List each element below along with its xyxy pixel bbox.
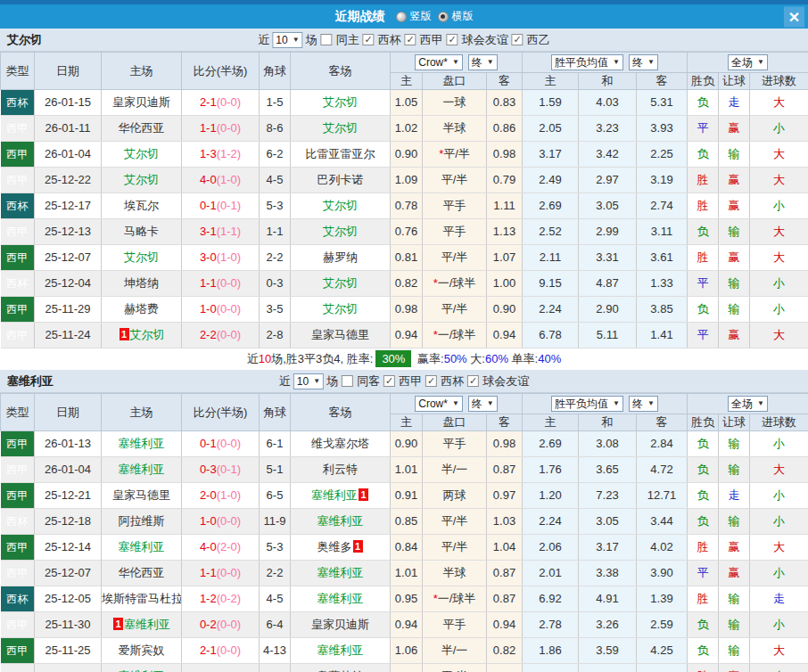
league-checkbox[interactable]: ✓ (467, 375, 479, 387)
same-venue-label[interactable]: 同主 (336, 32, 359, 48)
odds-period-select[interactable]: 终▼ (468, 54, 498, 70)
score-fulltime: 0-1 (200, 199, 217, 212)
cell-score: 1-1(0-0) (182, 561, 260, 586)
same-venue-checkbox[interactable] (321, 34, 333, 45)
odds-source-select[interactable]: Crow*▼ (415, 54, 463, 70)
cell-avg-home-odds: 6.78 (523, 323, 579, 348)
score-halftime: (0-0) (217, 618, 241, 631)
odds-period-select[interactable]: 终▼ (468, 396, 498, 412)
layout-radio-horizontal[interactable]: 横版 (438, 9, 474, 24)
cell-handicap-result: 走 (719, 90, 750, 116)
cell-handicap-result: 走 (719, 483, 750, 509)
radio-horizontal-label: 横版 (452, 9, 474, 24)
match-count-select[interactable]: 10▼ (272, 32, 302, 48)
league-checkbox[interactable]: ✓ (383, 375, 395, 387)
avg-odds-select[interactable]: 胜平负均值▼ (551, 396, 623, 412)
close-button[interactable]: ✕ (784, 6, 804, 27)
avg-period-select[interactable]: 终▼ (629, 396, 658, 412)
league-checkbox[interactable]: ✓ (425, 375, 437, 387)
league-checkbox-label[interactable]: 西杯 (378, 32, 401, 48)
cell-league-type: 西甲 (1, 612, 35, 638)
sub-header-avg-draw: 和 (579, 73, 637, 90)
cell-avg-away-odds: 4.02 (637, 535, 688, 561)
section-header-sevilla: 塞维利亚 近10▼场同客✓西甲✓西杯✓球会友谊 (0, 370, 808, 393)
table-row: 西甲25-11-241艾尔切2-2(0-0)2-8皇家马德里0.94*一/球半0… (1, 323, 808, 348)
cell-handicap: 一球 (423, 90, 487, 116)
cell-handicap: 平手 (423, 612, 487, 638)
handicap-label: 半/一 (441, 463, 468, 476)
league-checkbox-label[interactable]: 西乙 (527, 32, 550, 48)
cell-date: 25-11-29 (35, 297, 102, 323)
team-label: 艾尔切 (124, 147, 159, 160)
league-checkbox-label[interactable]: 西甲 (420, 32, 443, 48)
summary-text: 10 (259, 352, 271, 365)
col-header-home: 主场 (102, 394, 182, 431)
league-checkbox-label[interactable]: 球会友谊 (482, 373, 529, 389)
scope-select[interactable]: 全场▼ (728, 396, 768, 412)
cell-result: 胜 (688, 586, 719, 612)
same-venue-checkbox[interactable] (342, 375, 353, 387)
cell-date: 25-12-07 (35, 245, 102, 271)
league-checkbox[interactable]: ✓ (447, 34, 458, 45)
score-fulltime: 1-0 (200, 514, 217, 528)
cell-handicap: *平/半 (423, 142, 487, 168)
cell-avg-away-odds: 2.59 (637, 612, 688, 638)
summary-text: 40% (538, 352, 561, 365)
team-label: 维戈塞尔塔 (311, 437, 369, 450)
avg-odds-select[interactable]: 胜平负均值▼ (551, 54, 623, 70)
handicap-label: 平/半 (443, 147, 470, 160)
score-fulltime: 3-0 (200, 250, 217, 264)
cell-away-team: 塞维利亚 (291, 509, 391, 535)
chevron-down-icon: ▼ (757, 56, 764, 69)
cell-handicap: 半/一 (423, 457, 487, 483)
cell-corners: 6-4 (260, 612, 291, 638)
radio-selected-icon (438, 12, 449, 22)
cell-league-type: 西甲 (1, 483, 35, 509)
score-halftime: (0-0) (217, 643, 241, 657)
cell-corners: 5-3 (260, 535, 291, 561)
same-venue-label[interactable]: 同客 (357, 373, 380, 389)
cell-goals-result: 小 (750, 561, 808, 586)
cell-league-type: 西甲 (1, 219, 35, 245)
summary-text: 近 (247, 352, 259, 365)
table-row: 西杯26-01-15皇家贝迪斯2-1(0-0)1-5艾尔切1.05一球0.831… (1, 90, 808, 116)
cell-away-team: 赫罗纳 (291, 245, 391, 271)
score-halftime: (0-0) (217, 95, 241, 109)
cell-league-type: 西甲 (1, 168, 35, 193)
red-card-badge: 1 (353, 540, 363, 553)
league-checkbox[interactable]: ✓ (512, 34, 524, 45)
league-checkbox[interactable]: ✓ (363, 34, 375, 45)
cell-avg-away-odds: 3.85 (637, 297, 688, 323)
league-checkbox-label[interactable]: 西甲 (399, 373, 422, 389)
cell-avg-draw-odds: 3.17 (579, 535, 637, 561)
cell-avg-away-odds: 5.31 (637, 90, 688, 116)
odds-source-select[interactable]: Crow*▼ (415, 396, 463, 412)
cell-score: 3-0(1-0) (182, 245, 260, 271)
chevron-down-icon: ▼ (613, 397, 620, 410)
layout-radio-vertical[interactable]: 竖版 (396, 9, 432, 24)
league-checkbox[interactable]: ✓ (405, 34, 416, 45)
cell-crown-away-odds: 0.94 (487, 323, 523, 348)
cell-handicap-result: 输 (719, 297, 750, 323)
team-name: 艾尔切 (7, 32, 42, 48)
cell-home-team: 爱斯宾奴 (102, 638, 182, 664)
cell-league-type: 西甲 (1, 297, 35, 323)
scope-select[interactable]: 全场▼ (728, 54, 768, 70)
cell-date: 26-01-13 (35, 431, 102, 457)
cell-avg-home-odds: 1.20 (523, 483, 579, 509)
handicap-label: 平手 (443, 199, 466, 212)
match-count-select[interactable]: 10▼ (293, 373, 324, 389)
table-row: 西甲25-12-07艾尔切3-0(1-0)2-2赫罗纳0.81平/半1.072.… (1, 245, 808, 271)
team-label: 赫罗纳 (323, 250, 358, 264)
cell-goals-result: 走 (750, 586, 808, 612)
league-checkbox-label[interactable]: 球会友谊 (462, 32, 508, 48)
team-label: 皇家马德里 (311, 328, 369, 341)
cell-avg-draw-odds: 3.42 (579, 142, 637, 168)
cell-handicap: 平/半 (423, 664, 487, 672)
cell-avg-draw-odds: 3.31 (579, 245, 637, 271)
sub-header-handicap-result: 让球 (719, 414, 750, 431)
avg-period-select[interactable]: 终▼ (629, 54, 658, 70)
cell-crown-away-odds: 0.87 (487, 664, 523, 672)
league-checkbox-label[interactable]: 西杯 (441, 373, 464, 389)
cell-crown-away-odds: 0.86 (487, 116, 523, 142)
